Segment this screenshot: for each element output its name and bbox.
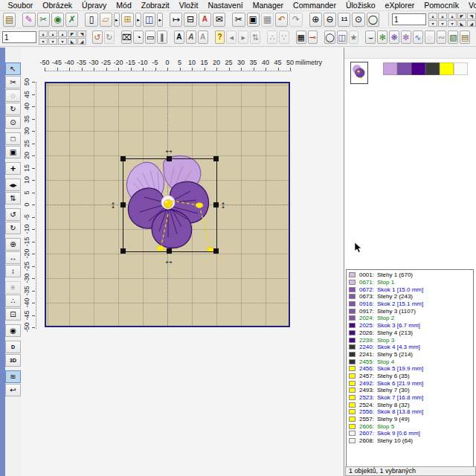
stitch-list-row[interactable]: 0673:Stehy 2 (243) <box>347 293 473 300</box>
stitch-list-row[interactable]: 2523:Skok 7 [16.8 mm] <box>347 394 473 402</box>
pattern-fill-button[interactable]: ▦ <box>296 30 306 44</box>
resize-width-arrow-top[interactable]: ↔ <box>164 144 174 155</box>
menu-nastaven-[interactable]: Nastavení <box>203 1 248 10</box>
zoom-stitches-button[interactable]: ⊙ <box>352 13 364 27</box>
zoom-out-button[interactable]: ⊖ <box>324 13 336 27</box>
spray-tool[interactable]: ∴ <box>5 295 21 307</box>
nudge-down-button[interactable]: ▾ <box>39 38 48 45</box>
menu-soubor[interactable]: Soubor <box>3 1 38 10</box>
stopwatch-button[interactable]: ◔ <box>133 30 144 44</box>
selection-handle[interactable] <box>167 156 172 161</box>
acrobat-export-button[interactable]: A <box>199 13 211 27</box>
stitch-list-row[interactable]: 0001:Stehy 1 (670) <box>347 271 473 279</box>
design-library-button[interactable]: ▤ <box>3 13 16 27</box>
help-button[interactable]: ? <box>215 30 225 44</box>
palette-swatch-3[interactable] <box>411 62 425 75</box>
menu-pomocn-k[interactable]: Pomocník <box>419 1 464 10</box>
font-normal-button[interactable]: A <box>174 30 184 44</box>
stitch-list-row[interactable]: 2556:Skok 8 [13.8 mm] <box>347 408 473 416</box>
hoop-button[interactable]: ◯ <box>367 13 379 27</box>
font-italic-button[interactable]: A <box>186 30 196 44</box>
nudge-down-button[interactable]: ▾ <box>428 20 437 27</box>
corner-nw-button[interactable]: ◤ <box>68 30 77 37</box>
lasso-select-tool[interactable]: ◌ <box>5 89 21 102</box>
rotate-left-tool[interactable]: ↺ <box>5 208 21 221</box>
duplicate-tool[interactable]: ▣ <box>5 146 21 158</box>
corner-se-button[interactable]: ◢ <box>467 20 476 27</box>
grow-height-button[interactable]: ▴ <box>48 30 57 37</box>
menu-voliteln-moduly[interactable]: Volitelné moduly <box>463 1 476 10</box>
zoom-in-button[interactable]: ⊕ <box>309 13 322 27</box>
step-count-input[interactable] <box>2 31 36 43</box>
selection-box[interactable] <box>123 158 217 252</box>
arc-tool-button[interactable]: ⌣ <box>365 30 376 44</box>
selection-handle[interactable] <box>213 202 219 208</box>
stitch-list-row[interactable]: 2241:Stehy 5 (214) <box>347 351 473 358</box>
select-tool[interactable]: ↖ <box>5 62 21 75</box>
stitch-list-row[interactable]: 2024:Stop 2 <box>347 315 473 322</box>
iconizer-wand-button[interactable]: ◉ <box>51 13 64 27</box>
save-file-button[interactable]: ◫ <box>143 13 155 27</box>
trash-button[interactable]: ⌧ <box>121 30 132 44</box>
menu-commander[interactable]: Commander <box>289 1 341 10</box>
stitch-list-row[interactable]: 2493:Stehy 7 (30) <box>347 387 473 394</box>
grow-width-button[interactable]: ▴ <box>448 13 457 19</box>
copy-button[interactable]: ▣ <box>247 13 260 27</box>
menu-obr-zek[interactable]: Obrázek <box>38 1 77 10</box>
selection-handle[interactable] <box>213 156 219 161</box>
selection-handle[interactable] <box>120 248 126 254</box>
corner-sw-button[interactable]: ◣ <box>68 38 77 45</box>
mirror-horizontal-tool[interactable]: ◂▸ <box>5 178 21 191</box>
rotate-steps-button[interactable]: ↺ <box>92 30 103 44</box>
stitch-list-row[interactable]: 2524:Stehy 8 (32) <box>347 401 473 408</box>
mail-button[interactable]: ✉ <box>213 13 225 27</box>
palette-swatch-4[interactable] <box>425 62 440 75</box>
toolbar-grip[interactable] <box>0 48 5 476</box>
editor-wand-button[interactable]: ✂ <box>37 13 50 27</box>
leaf-gray-button[interactable]: ∾ <box>437 30 447 44</box>
new-file-button[interactable]: ▯ <box>85 13 97 27</box>
mode-3d-tool[interactable]: 3D <box>5 354 21 367</box>
center-design-tool[interactable]: ⊕ <box>5 238 21 251</box>
corner-se-button[interactable]: ◢ <box>77 38 86 45</box>
repeat-count-input[interactable] <box>392 13 426 25</box>
stitch-list-row[interactable]: 2607:Skok 9 [0.6 mm] <box>347 430 473 437</box>
stitch-list-row[interactable]: 2456:Skok 5 [19.9 mm] <box>347 365 473 373</box>
undo-button[interactable]: ↶ <box>275 13 288 27</box>
shrink-width-button[interactable]: ▾ <box>58 38 67 45</box>
center-vertical-tool[interactable]: ↕ <box>5 265 21 277</box>
merge-file-menu-button[interactable]: ▸ <box>135 13 141 27</box>
font-outline-button[interactable]: A <box>198 30 208 44</box>
corner-nw-button[interactable]: ◤ <box>457 13 466 19</box>
stitch-list-row[interactable]: 2025:Skok 3 [6.7 mm] <box>347 322 473 329</box>
rotate-right-tool[interactable]: ↻ <box>5 222 21 234</box>
cut-button[interactable]: ✂ <box>232 13 245 27</box>
stitch-list-row[interactable]: 2457:Stehy 6 (35) <box>347 373 473 380</box>
studio-wand-button[interactable]: ✎ <box>22 13 35 27</box>
open-file-menu-button[interactable]: ▸ <box>114 13 120 27</box>
resize-height-arrow-right[interactable]: ↕ <box>221 199 226 210</box>
sew-simulator-tool[interactable]: ≋ <box>5 370 21 383</box>
palette-swatch-1[interactable] <box>383 62 397 75</box>
stitch-list-row[interactable]: 0671:Stop 1 <box>347 279 473 286</box>
ellipse-select-button[interactable]: ◯ <box>324 30 335 44</box>
move-tool[interactable]: + <box>5 162 21 175</box>
open-file-button[interactable]: ▱ <box>100 13 112 27</box>
rect-select-tool[interactable]: □ <box>5 132 21 145</box>
password-key-button[interactable]: ⊸ <box>308 30 318 44</box>
save-file-menu-button[interactable]: ▸ <box>157 13 163 27</box>
grow-width-button[interactable]: ▴ <box>58 30 67 37</box>
resize-width-arrow-bottom[interactable]: ↔ <box>164 254 174 266</box>
selection-handle[interactable] <box>120 156 126 161</box>
menu-m-d[interactable]: Mód <box>112 1 136 10</box>
folder-export-button[interactable]: ▤ <box>460 30 470 44</box>
zoom-1to1-button[interactable]: 1:1 <box>338 13 350 27</box>
leaf-blue-button[interactable]: ∿ <box>413 30 423 44</box>
menu-vlo-it[interactable]: Vložit <box>174 1 203 10</box>
density-button[interactable]: ∥ <box>157 30 167 44</box>
selection-handle[interactable] <box>120 202 126 208</box>
stitch-list-row[interactable]: 0672:Skok 1 [15.0 mm] <box>347 286 473 293</box>
print-button[interactable]: ⊟ <box>184 13 196 27</box>
menu-zobrazit[interactable]: Zobrazit <box>136 1 174 10</box>
merge-file-button[interactable]: ⊞ <box>121 13 134 27</box>
